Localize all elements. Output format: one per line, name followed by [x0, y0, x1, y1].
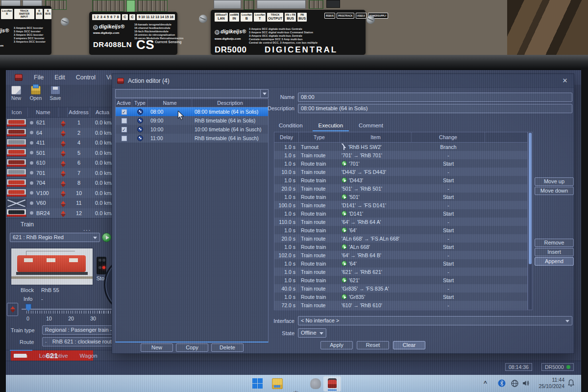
panel-menu-dots[interactable]: ... — [83, 225, 91, 232]
route-field[interactable]: - RhB 621 : clockwise route for — [42, 337, 115, 346]
start-train-button[interactable] — [102, 233, 111, 242]
execution-row[interactable]: 72.0 s Train route '610' → 'RhB 610' - — [274, 301, 527, 309]
menu-item[interactable]: Control — [71, 72, 101, 83]
locomotive-row[interactable]: 610 6 0.0 km/ — [6, 158, 115, 168]
interface-status[interactable]: DR5000 — [541, 363, 574, 371]
dialog-tab[interactable]: Comment — [353, 122, 389, 131]
direction-arrows-icon[interactable] — [61, 121, 66, 127]
active-checkbox[interactable]: ✓ — [122, 109, 127, 115]
description-field[interactable]: 08:00 timetable (64 in Solis) — [298, 104, 572, 113]
active-checkbox[interactable] — [122, 118, 127, 123]
locomotive-row[interactable]: 621 1 0.0 km/ — [6, 118, 115, 128]
direction-arrows-icon[interactable] — [61, 141, 66, 147]
execution-row[interactable]: 1.0 s Train route '701' → 'RhB 701' - — [274, 151, 527, 159]
remove-button[interactable]: Remove — [535, 239, 574, 247]
locomotive-row[interactable]: V100 10 0.0 km/ — [6, 188, 115, 198]
network-globe-icon[interactable] — [511, 380, 518, 392]
execution-row[interactable]: 10.0 s Train route 'D443' → 'FS D443' - — [274, 168, 527, 176]
direction-arrows-icon[interactable] — [61, 211, 66, 217]
direction-arrows-icon[interactable] — [61, 161, 66, 167]
execution-row[interactable]: 1.0 s Train route '621' → 'RhB 621' - — [274, 268, 527, 276]
execution-row[interactable]: 1.0 s Route train '701' Start — [274, 159, 527, 168]
execution-row[interactable]: 102.0 s Train route '64' → 'RhB 64 B' - — [274, 251, 527, 259]
interface-select[interactable]: < No interface > — [298, 316, 572, 325]
move-up-button[interactable]: Move up — [535, 177, 574, 186]
execution-scrollbar[interactable] — [528, 132, 533, 310]
direction-arrows-icon[interactable] — [61, 181, 66, 187]
execution-row[interactable]: 1.0 s Route train '501' Start — [274, 193, 527, 201]
execution-row[interactable]: 1.0 s Route train '64' Start — [274, 259, 527, 268]
dialog-tab[interactable]: Execution — [313, 122, 349, 131]
execution-row[interactable]: 1.0 s Route train '621' Start — [274, 276, 527, 284]
execution-row[interactable]: 20.0 s Train route '501' → 'RhB 501' - — [274, 184, 527, 193]
name-field[interactable]: 08:00 — [298, 93, 572, 102]
tray-expand-chevron[interactable]: ^ — [484, 380, 487, 392]
move-down-button[interactable]: Move down — [535, 187, 574, 195]
locomotive-row[interactable]: 64 2 0.0 km/ — [6, 128, 115, 138]
direction-arrows-icon[interactable] — [61, 191, 66, 197]
dialog-tab[interactable]: Condition — [273, 122, 309, 131]
locomotive-row[interactable]: 704 8 0.0 km/ — [6, 178, 115, 188]
execution-row[interactable]: 1.0 s Route train 'Gr835' Start — [274, 293, 527, 301]
volume-icon[interactable] — [522, 379, 530, 392]
action-filter-combobox[interactable] — [115, 89, 269, 98]
scrollbar-thumb[interactable] — [529, 133, 532, 264]
locomotive-row[interactable]: BR24 12 0.0 km/ — [6, 208, 115, 219]
execution-row[interactable]: 1.0 s Route train 'D141' Start — [274, 209, 527, 218]
signal-icon[interactable] — [97, 257, 106, 274]
execution-row[interactable]: 1.0 s Route train '64' Start — [274, 226, 527, 234]
state-select[interactable]: Offline — [298, 328, 326, 338]
speed-slider[interactable]: 0 10 20 30 — [22, 301, 113, 325]
bottom-tab[interactable]: Wagon — [75, 350, 102, 362]
active-checkbox[interactable] — [122, 136, 127, 141]
action-row[interactable]: ✓ 08:00 08:00 timetable (64 in Solis) — [116, 107, 268, 116]
train-selector[interactable]: 621 : RhB Regio Red — [10, 233, 100, 242]
execution-row[interactable]: 40.0 s Train route 'Gr835' → 'FS 835 A' … — [274, 284, 527, 293]
dialog-title-bar[interactable]: Action editor (4) — [112, 74, 574, 88]
toolbar-button[interactable]: Save — [48, 86, 63, 101]
execution-row[interactable]: 20.0 s Train route 'ALn 668' → 'FS ALn 6… — [274, 234, 527, 243]
direction-toggle-button[interactable] — [7, 303, 18, 316]
action-row[interactable]: 11:00 RhB timetable (64 in Susch) — [116, 134, 268, 143]
status-dot — [30, 201, 33, 205]
locomotive-row[interactable]: 501 5 0.0 km/ — [6, 148, 115, 158]
direction-arrows-icon[interactable] — [61, 150, 66, 157]
direction-arrows-icon[interactable] — [61, 130, 66, 137]
execution-row[interactable]: 110.0 s Train route '64' → 'RhB 64 A' - — [274, 218, 527, 226]
active-checkbox[interactable]: ✓ — [122, 127, 127, 132]
direction-arrows-icon[interactable] — [61, 171, 66, 177]
execution-row[interactable]: 100.0 s Train route 'D141' → 'FS D141' - — [274, 201, 527, 209]
train-type-field[interactable]: Regional : Passenger train - regio — [42, 325, 115, 335]
execution-row[interactable]: 1.0 s Route train 'D443' Start — [274, 176, 527, 184]
bluetooth-icon[interactable] — [498, 379, 506, 392]
execution-row[interactable]: 1.0 s Route train 'ALn 668' Start — [274, 243, 527, 251]
app-icon-gray[interactable] — [310, 378, 321, 389]
taskbar-clock[interactable]: 11:44 25/10/2024 — [534, 377, 564, 390]
close-icon[interactable]: ✕ — [561, 77, 569, 85]
clear-button[interactable]: Clear — [393, 341, 425, 349]
action-row[interactable]: ✓ 10:00 10:00 timetable (64 in Susch) — [116, 125, 268, 134]
locomotive-row[interactable]: 701 7 0.0 km/ — [6, 168, 115, 178]
train-app-taskbar-icon[interactable] — [323, 376, 341, 392]
bottom-tab[interactable]: Locomotive — [34, 350, 73, 362]
menu-item[interactable]: Edit — [49, 72, 71, 83]
execution-row[interactable]: 1.0 s Turnout 'RhB HS SW2' Branch — [274, 143, 527, 151]
notification-bell-icon[interactable] — [567, 379, 575, 392]
locomotive-row[interactable]: 411 4 0.0 km/ — [6, 138, 115, 148]
file-explorer-icon[interactable] — [272, 378, 283, 389]
menu-item[interactable]: File — [28, 72, 49, 83]
slider-handle[interactable] — [25, 304, 31, 311]
settings-gear-icon[interactable]: ⚙ — [291, 389, 301, 392]
reset-button[interactable]: Reset — [357, 341, 389, 349]
bottom-tab[interactable]: Train — [10, 350, 32, 362]
action-row[interactable]: 09:00 RhB timetable (64 in Solis) — [116, 116, 268, 125]
locomotive-row[interactable]: V60 11 0.0 km/ — [6, 198, 115, 208]
direction-arrows-icon[interactable] — [61, 201, 66, 207]
windows-start-icon[interactable] — [252, 378, 263, 389]
insert-button[interactable]: Insert — [535, 248, 574, 256]
append-button[interactable]: Append — [535, 257, 574, 266]
toolbar-button[interactable]: Open — [28, 86, 43, 101]
toolbar-button[interactable]: New — [9, 86, 24, 101]
slider-track[interactable] — [22, 309, 113, 310]
apply-button[interactable]: Apply — [320, 341, 353, 349]
